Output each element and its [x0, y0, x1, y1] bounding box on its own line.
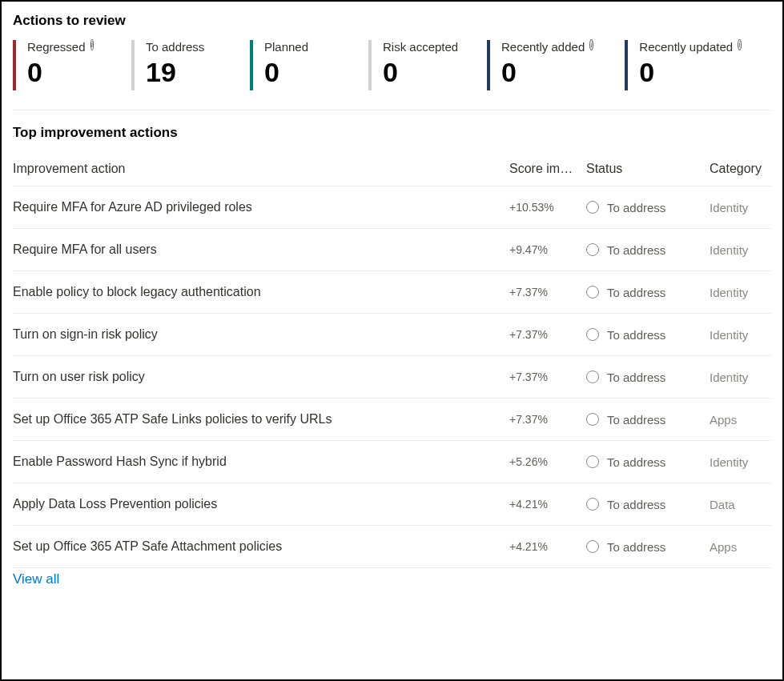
- table-header: Improvement action Score im… Status Cate…: [13, 162, 771, 186]
- info-icon[interactable]: i: [90, 39, 94, 50]
- stat-label: Recently addedi: [501, 40, 583, 54]
- row-status: To address: [586, 413, 710, 427]
- row-score: +7.37%: [509, 371, 586, 383]
- row-action: Turn on user risk policy: [13, 370, 509, 384]
- row-score: +7.37%: [509, 413, 586, 426]
- info-icon[interactable]: i: [738, 39, 742, 50]
- row-status: To address: [586, 328, 710, 342]
- row-status: To address: [586, 243, 710, 257]
- row-category: Identity: [710, 243, 771, 257]
- row-action: Enable policy to block legacy authentica…: [13, 285, 509, 299]
- table-row[interactable]: Enable Password Hash Sync if hybrid+5.26…: [13, 441, 771, 483]
- row-score: +4.21%: [509, 498, 586, 511]
- row-status: To address: [586, 455, 710, 469]
- row-category: Apps: [710, 413, 771, 427]
- status-circle-icon: [586, 371, 599, 383]
- row-score: +7.37%: [509, 286, 586, 298]
- row-action: Set up Office 365 ATP Safe Links policie…: [13, 412, 509, 427]
- info-icon[interactable]: i: [589, 39, 593, 50]
- stat-label: Planned: [264, 40, 327, 54]
- status-circle-icon: [586, 455, 599, 468]
- stat-value: 0: [383, 58, 445, 86]
- stat-card[interactable]: Recently updatedi0: [625, 40, 741, 90]
- row-status: To address: [586, 498, 710, 511]
- header-category[interactable]: Category: [710, 162, 771, 176]
- stat-value: 0: [501, 58, 583, 86]
- status-circle-icon: [586, 201, 599, 214]
- stat-label: Regressedi: [27, 40, 90, 54]
- table-row[interactable]: Require MFA for all users+9.47%To addres…: [13, 229, 771, 271]
- actions-review-title: Actions to review: [13, 13, 771, 29]
- row-status: To address: [586, 540, 710, 554]
- stat-value: 0: [639, 58, 730, 86]
- row-score: +10.53%: [509, 201, 586, 214]
- stat-value: 0: [264, 58, 327, 86]
- table-row[interactable]: Turn on user risk policy+7.37%To address…: [13, 356, 771, 399]
- stat-value: 0: [27, 58, 90, 86]
- row-action: Require MFA for Azure AD privileged role…: [13, 200, 509, 214]
- row-score: +5.26%: [509, 455, 586, 468]
- status-circle-icon: [586, 328, 599, 341]
- header-status[interactable]: Status: [586, 162, 710, 176]
- table-row[interactable]: Enable policy to block legacy authentica…: [13, 271, 771, 314]
- row-action: Enable Password Hash Sync if hybrid: [13, 455, 509, 469]
- row-status: To address: [586, 371, 710, 384]
- row-category: Identity: [710, 371, 771, 384]
- row-category: Apps: [710, 540, 771, 554]
- header-score[interactable]: Score im…: [509, 162, 586, 176]
- stat-card[interactable]: To address19: [131, 40, 219, 90]
- stat-card[interactable]: Planned0: [250, 40, 338, 90]
- table-row[interactable]: Require MFA for Azure AD privileged role…: [13, 186, 771, 229]
- row-score: +7.37%: [509, 328, 586, 341]
- status-circle-icon: [586, 413, 599, 426]
- status-circle-icon: [586, 540, 599, 553]
- divider: [13, 110, 771, 110]
- row-category: Identity: [710, 286, 771, 299]
- row-action: Set up Office 365 ATP Safe Attachment po…: [13, 539, 509, 554]
- table-row[interactable]: Turn on sign-in risk policy+7.37%To addr…: [13, 314, 771, 356]
- status-circle-icon: [586, 498, 599, 511]
- stat-card[interactable]: Recently addedi0: [487, 40, 594, 90]
- row-category: Identity: [710, 328, 771, 342]
- stat-label: To address: [146, 40, 208, 54]
- table-row[interactable]: Set up Office 365 ATP Safe Links policie…: [13, 399, 771, 441]
- row-category: Identity: [710, 455, 771, 469]
- header-action[interactable]: Improvement action: [13, 162, 509, 176]
- row-score: +9.47%: [509, 243, 586, 256]
- stat-card[interactable]: Risk accepted0: [368, 40, 456, 90]
- stat-value: 19: [146, 58, 208, 86]
- row-action: Apply Data Loss Prevention policies: [13, 497, 509, 511]
- row-action: Require MFA for all users: [13, 242, 509, 257]
- row-category: Data: [710, 498, 771, 511]
- stats-row: Regressedi0To address19Planned0Risk acce…: [13, 40, 771, 90]
- row-category: Identity: [710, 201, 771, 214]
- stat-label: Recently updatedi: [639, 40, 730, 54]
- row-score: +4.21%: [509, 540, 586, 553]
- stat-label: Risk accepted: [383, 40, 445, 54]
- status-circle-icon: [586, 243, 599, 256]
- row-status: To address: [586, 286, 710, 299]
- stat-card[interactable]: Regressedi0: [13, 40, 101, 90]
- table-row[interactable]: Set up Office 365 ATP Safe Attachment po…: [13, 526, 771, 568]
- view-all-link[interactable]: View all: [13, 571, 59, 587]
- row-status: To address: [586, 201, 710, 214]
- status-circle-icon: [586, 286, 599, 298]
- improvement-table-title: Top improvement actions: [13, 125, 771, 141]
- table-row[interactable]: Apply Data Loss Prevention policies+4.21…: [13, 483, 771, 526]
- row-action: Turn on sign-in risk policy: [13, 327, 509, 342]
